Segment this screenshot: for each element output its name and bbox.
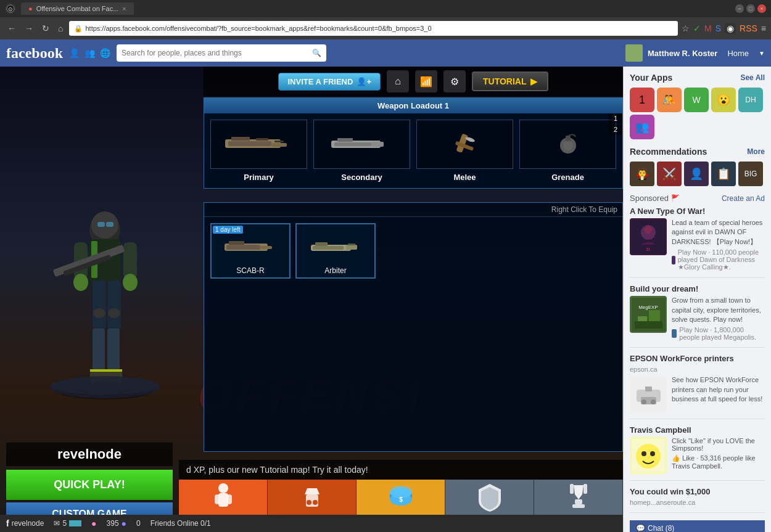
browser-tab[interactable]: ● Offensive Combat on Fac... ×	[21, 2, 134, 15]
svg-rect-28	[228, 141, 271, 146]
inventory-item-scabr[interactable]: 1 day left SCAB-R	[210, 223, 291, 279]
rec-icon-4[interactable]: 📋	[711, 162, 736, 186]
settings-button[interactable]: ⚙	[443, 70, 466, 92]
svg-rect-65	[583, 484, 587, 494]
address-bar[interactable]: 🔒 https://apps.facebook.com/offensivecom…	[69, 21, 678, 36]
fb-home-button[interactable]: Home	[722, 46, 754, 60]
ext3-icon[interactable]: S	[715, 23, 721, 33]
status-credits-amount: 395 ●	[107, 518, 127, 528]
ext5-icon[interactable]: RSS	[740, 23, 757, 33]
friends-online-text: Friends Online 0/1	[150, 519, 211, 528]
weapon-img-melee[interactable]	[416, 120, 513, 169]
sponsored-section: Sponsored 🚩 Create an Ad A New Type Of W…	[630, 194, 765, 513]
fb-profile-icon[interactable]: 👤	[69, 48, 80, 58]
svg-rect-55	[227, 494, 232, 504]
maximize-button[interactable]: □	[746, 4, 755, 13]
fb-search-button[interactable]: 🔍	[312, 49, 321, 57]
svg-rect-32	[274, 141, 284, 142]
ad-img-1[interactable]: D	[630, 218, 667, 255]
character-icon	[211, 482, 236, 518]
prize-title[interactable]: You could win $1,000	[630, 487, 765, 496]
status-friends-item: Friends Online 0/1	[150, 519, 211, 528]
star-icon[interactable]: ☆	[682, 23, 690, 33]
fb-globe-icon[interactable]: 🌐	[100, 48, 110, 58]
app-icon-2[interactable]: 🤼	[657, 88, 682, 112]
fb-search-box[interactable]: 🔍	[117, 44, 326, 62]
weapon-img-primary[interactable]	[210, 120, 307, 169]
home-button[interactable]: ⌂	[56, 22, 65, 35]
create-ad-link[interactable]: Create an Ad	[722, 194, 765, 203]
back-button[interactable]: ←	[5, 22, 19, 35]
menu-icon[interactable]: ≡	[761, 23, 766, 33]
ext2-icon[interactable]: M	[704, 23, 712, 33]
fb-username[interactable]: Matthew R. Koster	[648, 49, 717, 58]
stats-button[interactable]: 📶	[415, 70, 437, 92]
svg-rect-51	[348, 243, 355, 245]
ext4-icon[interactable]: ◉	[725, 23, 736, 34]
minimize-button[interactable]: –	[735, 4, 744, 13]
ext1-icon[interactable]: ✓	[693, 23, 701, 33]
credits-icon: $	[386, 482, 416, 518]
ad-title-2[interactable]: Build your dream!	[630, 284, 765, 293]
tutorial-label: TUTORIAL	[483, 76, 527, 86]
slot-num-2: 2	[609, 125, 622, 134]
friend-card: Travis Campbell Click "Like" if you LOVE…	[630, 425, 765, 481]
weapon-slot-grenade: Grenade	[519, 120, 616, 182]
weapon-img-grenade[interactable]	[519, 120, 616, 169]
rec-icon-1[interactable]: 🧛	[630, 162, 654, 186]
app-icon-6[interactable]: 👥	[630, 115, 654, 139]
app-icon-1[interactable]: 1	[630, 88, 654, 112]
see-all-link[interactable]: See All	[740, 73, 765, 82]
right-sidebar: Your Apps See All 1 🤼 W 😮 DH 👥 Recommend…	[623, 67, 771, 532]
zero-value: 0	[136, 519, 141, 528]
quick-play-button[interactable]: QUICK PLAY!	[6, 470, 173, 500]
close-button[interactable]: ×	[757, 4, 766, 13]
inventory-item-arbiter[interactable]: Arbiter	[295, 223, 376, 279]
svg-rect-49	[315, 242, 328, 246]
app-icon-5[interactable]: DH	[738, 88, 763, 112]
home-game-button[interactable]: ⌂	[387, 70, 409, 92]
main-content: OFFENSI	[0, 67, 771, 532]
recommendations-title-row: Recommendations More	[630, 147, 765, 157]
rec-icon-3[interactable]: 👤	[684, 162, 709, 186]
game-frame: OFFENSI	[0, 67, 623, 532]
svg-rect-66	[575, 499, 582, 504]
friend-name: Travis Campbell	[630, 425, 765, 435]
chat-button[interactable]: 💬 Chat (8)	[636, 524, 674, 532]
forward-button[interactable]: →	[22, 22, 36, 35]
tab-close-button[interactable]: ×	[122, 5, 126, 12]
invite-friend-label: INVITE A FRIEND	[287, 77, 353, 86]
fb-dropdown-icon[interactable]: ▼	[759, 50, 765, 57]
more-link[interactable]: More	[747, 147, 765, 156]
browser-toolbar: ← → ↻ ⌂ 🔒 https://apps.facebook.com/offe…	[0, 17, 771, 39]
weapon-primary-label: Primary	[244, 173, 273, 182]
ad-content-1: D Lead a team of special heroes against …	[630, 218, 765, 271]
refresh-button[interactable]: ↻	[39, 22, 52, 35]
window-controls: – □ ×	[735, 4, 766, 13]
weapon-img-secondary[interactable]	[313, 120, 410, 169]
ad-title-1[interactable]: A New Type Of War!	[630, 207, 765, 216]
rec-icon-5[interactable]: BIG	[738, 162, 763, 186]
mail-icon: ✉	[54, 519, 60, 528]
tournament-icon	[565, 482, 592, 518]
ad-text-1: Lead a team of special heroes against ev…	[672, 218, 765, 271]
ad-source-text-1: Play Now · 110,000 people played Dawn of…	[678, 248, 765, 271]
ad-img-2[interactable]: MegEXP	[630, 296, 667, 333]
status-mail-item: ✉ 5	[54, 519, 81, 528]
rec-icon-2[interactable]: ⚔️	[657, 162, 682, 186]
fb-friends-icon[interactable]: 👥	[85, 48, 95, 58]
invite-friend-button[interactable]: INVITE A FRIEND 👤+	[278, 73, 381, 91]
app-icon-4[interactable]: 😮	[711, 88, 736, 112]
svg-rect-35	[337, 138, 353, 142]
ad-title-3[interactable]: EPSON WorkForce printers	[630, 354, 765, 363]
tutorial-button[interactable]: TUTORIAL ▶	[472, 72, 548, 91]
fb-search-input[interactable]	[122, 49, 310, 57]
your-apps-title: Your Apps	[630, 73, 672, 83]
app-icon-3[interactable]: W	[684, 88, 709, 112]
svg-rect-29	[231, 137, 250, 141]
chat-bar[interactable]: 💬 Chat (8)	[630, 520, 765, 532]
inventory-hint: Right Click To Equip	[204, 203, 622, 217]
weapon-grenade-label: Grenade	[551, 173, 584, 182]
ad-desc-3: See how EPSON WorkForce printers can hel…	[672, 375, 765, 404]
ad-img-3[interactable]	[630, 375, 667, 412]
